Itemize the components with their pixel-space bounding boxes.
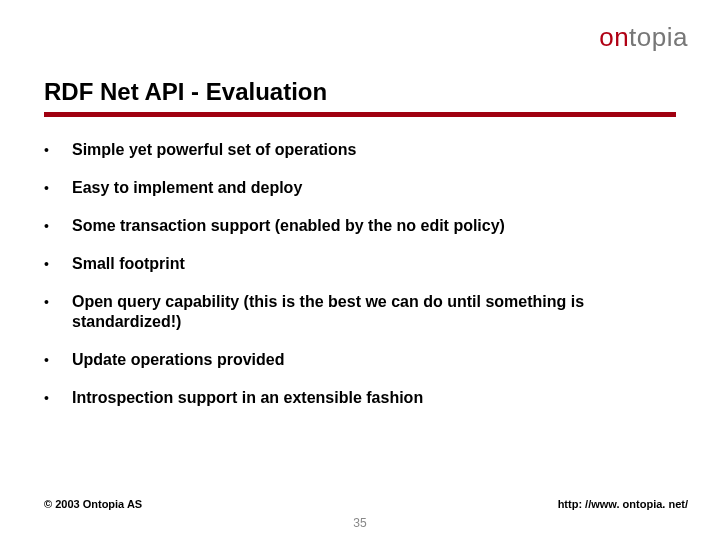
bullet-icon: • [44, 292, 72, 312]
list-item: • Update operations provided [44, 350, 676, 370]
bullet-icon: • [44, 254, 72, 274]
logo-part1: on [599, 22, 629, 52]
list-item: • Small footprint [44, 254, 676, 274]
list-item: • Introspection support in an extensible… [44, 388, 676, 408]
bullet-text: Some transaction support (enabled by the… [72, 216, 676, 236]
footer-url: http: //www. ontopia. net/ [558, 498, 688, 510]
page-number: 35 [0, 516, 720, 530]
bullet-text: Easy to implement and deploy [72, 178, 676, 198]
slide: ontopia RDF Net API - Evaluation • Simpl… [0, 0, 720, 540]
title-rule [44, 112, 676, 117]
bullet-text: Simple yet powerful set of operations [72, 140, 676, 160]
bullet-list: • Simple yet powerful set of operations … [44, 140, 676, 426]
list-item: • Some transaction support (enabled by t… [44, 216, 676, 236]
footer-copyright: © 2003 Ontopia AS [44, 498, 142, 510]
bullet-icon: • [44, 140, 72, 160]
bullet-text: Open query capability (this is the best … [72, 292, 676, 332]
list-item: • Open query capability (this is the bes… [44, 292, 676, 332]
bullet-text: Update operations provided [72, 350, 676, 370]
bullet-text: Small footprint [72, 254, 676, 274]
bullet-icon: • [44, 388, 72, 408]
list-item: • Simple yet powerful set of operations [44, 140, 676, 160]
logo-part2: topia [629, 22, 688, 52]
bullet-text: Introspection support in an extensible f… [72, 388, 676, 408]
bullet-icon: • [44, 216, 72, 236]
slide-title: RDF Net API - Evaluation [44, 78, 327, 106]
bullet-icon: • [44, 178, 72, 198]
list-item: • Easy to implement and deploy [44, 178, 676, 198]
bullet-icon: • [44, 350, 72, 370]
logo: ontopia [599, 22, 688, 53]
